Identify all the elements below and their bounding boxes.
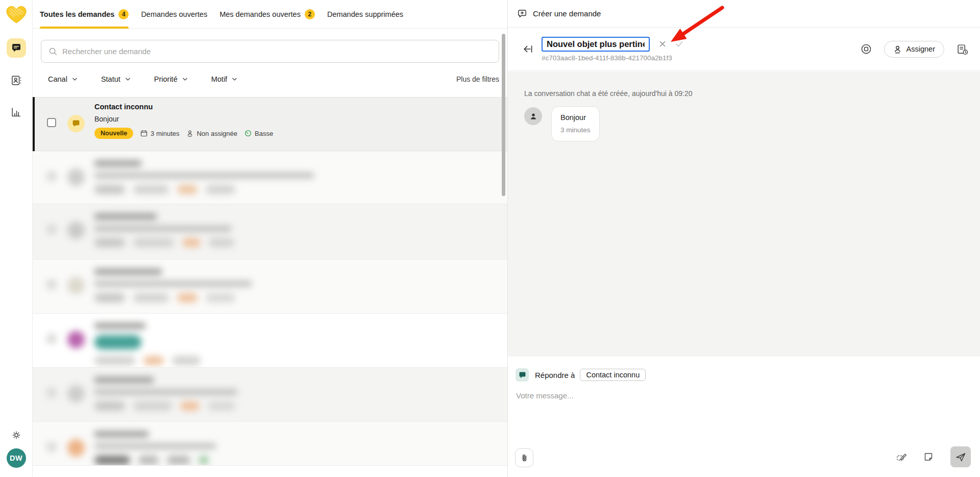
record-button[interactable] <box>860 42 873 56</box>
message-row: Bonjour 3 minutes <box>524 106 980 141</box>
message-text: Bonjour <box>560 113 591 122</box>
chat-bubble-icon <box>72 120 80 128</box>
tab-mes-demandes-ouvertes[interactable]: Mes demandes ouvertes 2 <box>219 0 315 29</box>
chat-bubble-icon <box>11 43 21 53</box>
new-conversation-icon <box>517 9 527 19</box>
gear-icon <box>11 430 21 440</box>
assign-button[interactable]: Assigner <box>884 41 944 58</box>
settings-button[interactable] <box>10 429 22 441</box>
nav-conversations-button[interactable] <box>7 38 26 58</box>
search-input[interactable] <box>62 47 492 56</box>
chevron-down-icon <box>232 77 237 81</box>
ticket-row-blurred[interactable] <box>33 204 507 259</box>
user-avatar[interactable]: DW <box>7 448 26 468</box>
priority-label: Basse <box>255 130 273 137</box>
send-plane-icon <box>955 451 966 463</box>
ticket-list-panel: Toutes les demandes 4 Demandes ouvertes … <box>33 0 507 477</box>
cancel-edit-icon[interactable] <box>658 40 667 48</box>
chat-message-bubble: Bonjour 3 minutes <box>551 106 600 141</box>
chevron-down-icon <box>72 77 78 81</box>
bar-chart-icon <box>11 107 21 117</box>
time-meta: 3 minutes <box>140 130 179 137</box>
tab-label: Toutes les demandes <box>40 10 114 18</box>
tab-count-badge: 4 <box>118 9 129 19</box>
contact-card-icon <box>11 75 21 86</box>
search-area <box>33 29 507 63</box>
send-button[interactable] <box>950 446 971 467</box>
create-ticket-button[interactable]: Créer une demande <box>517 9 601 19</box>
assignee-label: Non assignée <box>197 130 237 137</box>
ticket-preview: Bonjour <box>94 115 273 123</box>
paperclip-icon <box>520 454 529 462</box>
filter-statut[interactable]: Statut <box>101 75 131 83</box>
tab-label: Demandes ouvertes <box>141 10 207 18</box>
filter-label: Statut <box>101 75 120 83</box>
chevron-down-icon <box>125 77 131 81</box>
note-button[interactable] <box>922 450 935 464</box>
nav-contacts-button[interactable] <box>7 71 26 89</box>
filter-bar: Canal Statut Priorité Motif Plus de filt… <box>33 63 507 83</box>
conversation-area: La conversation chat a été créée, aujour… <box>508 71 980 356</box>
brand-heart-logo <box>5 5 28 25</box>
ticket-row-blurred[interactable] <box>33 151 507 204</box>
ticket-row-blurred[interactable] <box>33 368 507 422</box>
ticket-detail-panel: Créer une demande #c703aac8-1bed-411f-83… <box>507 0 980 477</box>
tab-demandes-supprimees[interactable]: Demandes supprimées <box>327 0 403 29</box>
detail-header-actions: Assigner <box>860 41 969 58</box>
tab-toutes-les-demandes[interactable]: Toutes les demandes 4 <box>40 0 129 29</box>
priority-meta: Basse <box>244 130 273 137</box>
nav-statistics-button[interactable] <box>7 103 26 121</box>
tab-label: Mes demandes ouvertes <box>219 10 301 18</box>
composer-left-actions <box>515 448 533 467</box>
ticket-contact: Contact inconnu <box>94 103 273 111</box>
confirm-edit-icon[interactable] <box>675 40 683 48</box>
tab-count-badge: 2 <box>305 9 315 19</box>
attach-file-button[interactable] <box>515 448 533 467</box>
ticket-title-input[interactable] <box>542 37 650 52</box>
tab-label: Demandes supprimées <box>327 10 403 18</box>
record-icon <box>860 43 872 55</box>
ticket-history-icon <box>957 43 968 55</box>
reply-composer: Répondre à Contact inconnu Votre message… <box>508 356 980 477</box>
composer-right-actions <box>895 446 971 467</box>
detail-header: #c703aac8-1bed-411f-838b-421700a2b1f3 As… <box>508 28 980 71</box>
message-input[interactable]: Votre message... <box>516 391 971 400</box>
reply-to-label: Répondre à <box>535 371 575 379</box>
more-filters-link[interactable]: Plus de filtres <box>456 75 499 83</box>
chat-channel-icon <box>516 368 529 381</box>
icon-rail: DW <box>0 0 33 477</box>
blurred-rows <box>33 151 507 466</box>
row-content: Contact inconnu Bonjour Nouvelle 3 minut… <box>94 103 273 151</box>
filter-label: Canal <box>48 75 67 83</box>
person-icon <box>186 130 193 137</box>
ticket-row-blurred[interactable] <box>33 314 507 368</box>
reply-target-chip[interactable]: Contact inconnu <box>580 369 646 381</box>
priority-gauge-icon <box>244 130 252 137</box>
contact-avatar <box>524 107 542 125</box>
list-tabs: Toutes les demandes 4 Demandes ouvertes … <box>33 0 507 29</box>
filter-motif[interactable]: Motif <box>211 75 237 83</box>
title-edit-area: #c703aac8-1bed-411f-838b-421700a2b1f3 <box>542 37 683 62</box>
person-icon <box>529 112 538 121</box>
ticket-badges: Nouvelle 3 minutes Non assignée <box>94 128 273 139</box>
canned-response-button[interactable] <box>895 450 909 464</box>
create-ticket-label: Créer une demande <box>533 9 601 18</box>
time-label: 3 minutes <box>151 130 179 137</box>
ticket-row-blurred[interactable] <box>33 422 507 466</box>
row-checkbox[interactable] <box>47 118 56 127</box>
filter-priorite[interactable]: Priorité <box>154 75 188 83</box>
reply-header: Répondre à Contact inconnu <box>516 368 971 381</box>
search-box[interactable] <box>41 40 499 63</box>
chat-bubble-icon <box>519 371 526 379</box>
details-sidebar-toggle[interactable] <box>955 42 969 56</box>
message-time: 3 minutes <box>560 126 591 134</box>
list-scrollbar[interactable] <box>502 34 505 196</box>
detail-topbar: Créer une demande <box>508 0 980 28</box>
ticket-row-blurred[interactable] <box>33 259 507 314</box>
filter-canal[interactable]: Canal <box>48 75 78 83</box>
assign-label: Assigner <box>906 45 935 53</box>
tab-demandes-ouvertes[interactable]: Demandes ouvertes <box>141 0 207 29</box>
channel-chat-avatar <box>67 115 85 132</box>
back-icon[interactable] <box>522 43 533 55</box>
ticket-row-selected[interactable]: Contact inconnu Bonjour Nouvelle 3 minut… <box>33 97 507 151</box>
